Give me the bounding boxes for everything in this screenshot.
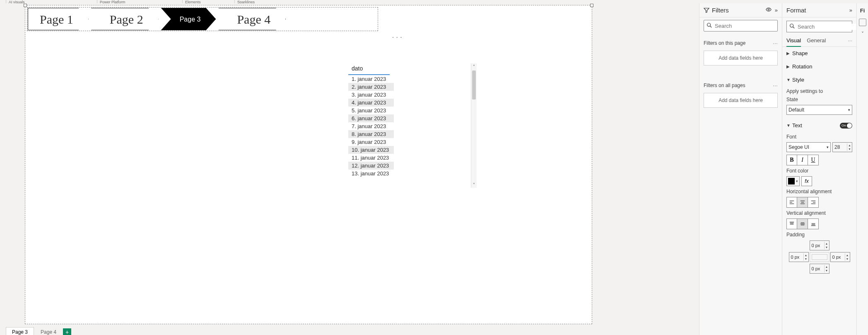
- page-tab-3[interactable]: Page 3: [6, 327, 34, 335]
- filters-search-input[interactable]: [715, 23, 787, 29]
- scroll-up-arrow-icon[interactable]: ˄: [471, 63, 477, 70]
- table-row[interactable]: 10. januar 2023: [348, 146, 394, 154]
- add-page-button[interactable]: +: [63, 328, 71, 335]
- svg-point-1: [707, 23, 711, 26]
- scroll-thumb[interactable]: [472, 70, 476, 100]
- align-left-button[interactable]: [786, 197, 797, 208]
- svg-line-2: [710, 26, 712, 27]
- nav-page-2[interactable]: Page 2: [91, 8, 159, 30]
- scroll-down-arrow-icon[interactable]: ˅: [471, 182, 477, 188]
- italic-button[interactable]: I: [797, 155, 808, 165]
- search-icon: [704, 22, 715, 29]
- font-size-input[interactable]: 28▲▼: [832, 142, 852, 152]
- table-row[interactable]: 6. januar 2023: [348, 114, 394, 122]
- collapse-format-icon[interactable]: »: [849, 7, 852, 13]
- text-toggle[interactable]: On: [840, 123, 852, 129]
- font-color-label: Font color: [786, 168, 852, 174]
- filters-on-page-label: Filters on this page: [704, 40, 773, 46]
- font-color-picker[interactable]: ▾: [786, 176, 800, 186]
- acc-text[interactable]: Text On: [786, 119, 852, 132]
- report-canvas[interactable]: Page 1 Page 2 Page 3 Page 4 · · · dato 1…: [0, 3, 699, 335]
- search-icon[interactable]: [859, 19, 866, 26]
- v-align-label: Vertical alignment: [786, 210, 852, 216]
- chevron-down-icon: ▾: [827, 145, 829, 149]
- nav-page-4[interactable]: Page 4: [218, 8, 286, 30]
- padding-left-input[interactable]: 0 px▲▼: [789, 252, 809, 262]
- spin-down-icon[interactable]: ▼: [847, 147, 852, 151]
- font-family-select[interactable]: Segoe UI▾: [786, 142, 831, 152]
- table-row[interactable]: 11. januar 2023: [348, 154, 471, 162]
- table-row[interactable]: 1. januar 2023: [348, 75, 471, 83]
- state-select[interactable]: Default▾: [786, 105, 852, 115]
- filters-all-menu[interactable]: ···: [773, 82, 778, 89]
- filters-search[interactable]: [704, 20, 778, 32]
- page-selection-bounds[interactable]: Page 1 Page 2 Page 3 Page 4 · · · dato 1…: [25, 5, 592, 324]
- page-navigator[interactable]: Page 1 Page 2 Page 3 Page 4: [28, 8, 286, 30]
- table-row[interactable]: 12. januar 2023: [348, 162, 394, 170]
- align-center-button[interactable]: [797, 197, 808, 208]
- state-label: State: [786, 97, 852, 102]
- nav-page-1[interactable]: Page 1: [28, 8, 89, 30]
- valign-bottom-button[interactable]: [808, 218, 819, 229]
- svg-point-0: [768, 9, 769, 10]
- underline-button[interactable]: U: [808, 155, 819, 165]
- chevron-right-icon: [786, 51, 792, 56]
- acc-shape[interactable]: Shape: [786, 47, 852, 60]
- table-row[interactable]: 5. januar 2023: [348, 107, 471, 114]
- format-search[interactable]: [786, 21, 852, 32]
- chevron-down-icon: [786, 123, 792, 128]
- filters-page-dropzone[interactable]: Add data fields here: [704, 51, 778, 66]
- table-row[interactable]: 13. januar 2023: [348, 170, 471, 177]
- chevron-down-icon: [786, 78, 792, 82]
- chevron-down-icon[interactable]: ˅: [861, 31, 864, 37]
- tab-visual[interactable]: Visual: [786, 35, 801, 47]
- table-row[interactable]: 2. januar 2023: [348, 83, 394, 91]
- table-row[interactable]: 8. januar 2023: [348, 130, 394, 138]
- svg-line-4: [793, 27, 795, 28]
- valign-middle-button[interactable]: [797, 218, 808, 229]
- filters-page-menu[interactable]: ···: [773, 40, 778, 46]
- filters-all-dropzone[interactable]: Add data fields here: [704, 93, 778, 108]
- padding-top-input[interactable]: 0 px▲▼: [810, 240, 829, 250]
- padding-right-input[interactable]: 0 px▲▼: [830, 252, 850, 262]
- format-pane: Format » Visual General ··· Shape Rotati…: [782, 3, 856, 335]
- font-label: Font: [786, 134, 852, 140]
- nav-page-3[interactable]: Page 3: [161, 8, 216, 30]
- table-column-header[interactable]: dato: [348, 63, 390, 75]
- format-search-input[interactable]: [798, 24, 856, 30]
- table-visual[interactable]: dato 1. januar 20232. januar 20233. janu…: [348, 63, 477, 188]
- h-align-label: Horizontal alignment: [786, 189, 852, 194]
- table-row[interactable]: 9. januar 2023: [348, 138, 471, 146]
- fields-pane-collapsed[interactable]: Fi ˅: [856, 3, 868, 335]
- table-row[interactable]: 7. januar 2023: [348, 122, 471, 130]
- align-right-button[interactable]: [808, 197, 819, 208]
- padding-label: Padding: [786, 232, 852, 238]
- format-title: Format: [786, 7, 846, 14]
- filters-title: Filters: [712, 7, 762, 14]
- fx-button[interactable]: fx: [801, 176, 812, 186]
- tab-general[interactable]: General: [807, 35, 826, 46]
- spin-up-icon[interactable]: ▲: [847, 143, 852, 147]
- chevron-down-icon: ▾: [848, 108, 850, 112]
- table-row[interactable]: 3. januar 2023: [348, 91, 471, 99]
- chevron-right-icon: [786, 64, 792, 69]
- table-row[interactable]: 4. januar 2023: [348, 99, 394, 107]
- bold-button[interactable]: B: [786, 155, 797, 165]
- page-tab-4[interactable]: Page 4: [35, 328, 62, 335]
- apply-settings-label: Apply settings to: [786, 88, 852, 94]
- table-scrollbar[interactable]: ˄ ˅: [471, 63, 477, 188]
- valign-top-button[interactable]: [786, 218, 797, 229]
- svg-point-3: [790, 24, 793, 27]
- fields-label: Fi: [860, 7, 865, 14]
- format-tabs-menu[interactable]: ···: [848, 35, 852, 46]
- acc-rotation[interactable]: Rotation: [786, 60, 852, 73]
- padding-bottom-input[interactable]: 0 px▲▼: [810, 264, 829, 274]
- collapse-pane-icon[interactable]: »: [775, 7, 778, 13]
- acc-style[interactable]: Style: [786, 73, 852, 87]
- eye-icon[interactable]: [766, 7, 772, 14]
- filters-all-pages-label: Filters on all pages: [704, 83, 773, 88]
- filter-icon: [704, 7, 709, 13]
- chevron-down-icon: ▾: [795, 179, 799, 183]
- visual-options-ellipsis[interactable]: · · ·: [392, 34, 402, 40]
- padding-preview: [810, 252, 829, 262]
